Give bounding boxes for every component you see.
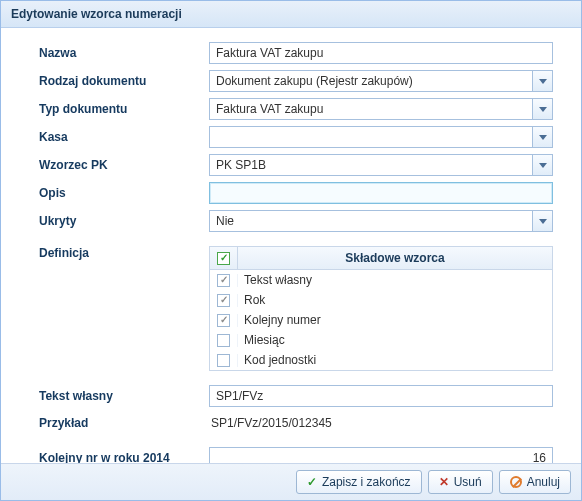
header-checkbox-icon[interactable] xyxy=(217,252,230,265)
cancel-button-label: Anuluj xyxy=(527,475,560,489)
row-checkbox[interactable] xyxy=(217,334,230,347)
chevron-down-icon xyxy=(532,71,552,91)
row-checkbox[interactable] xyxy=(217,294,230,307)
tekst-wlasny-input[interactable] xyxy=(209,385,553,407)
row-checkbox[interactable] xyxy=(217,314,230,327)
label-typ: Typ dokumentu xyxy=(39,102,209,116)
chevron-down-icon xyxy=(532,211,552,231)
label-nr-2014: Kolejny nr w roku 2014 xyxy=(39,451,209,463)
grid-header-label: Składowe wzorca xyxy=(238,247,552,269)
titlebar: Edytowanie wzorca numeracji xyxy=(1,1,581,28)
grid-row[interactable]: Kolejny numer xyxy=(210,310,552,330)
cancel-icon xyxy=(510,476,522,488)
delete-icon: ✕ xyxy=(439,475,449,489)
label-kasa: Kasa xyxy=(39,130,209,144)
wzorzec-pk-select[interactable]: PK SP1B xyxy=(209,154,553,176)
opis-input[interactable] xyxy=(209,182,553,204)
nazwa-input[interactable] xyxy=(209,42,553,64)
grid-row[interactable]: Kod jednostki xyxy=(210,350,552,370)
rodzaj-value: Dokument zakupu (Rejestr zakupów) xyxy=(216,74,530,88)
edit-numbering-dialog: Edytowanie wzorca numeracji Nazwa Rodzaj… xyxy=(0,0,582,501)
wzorzec-pk-value: PK SP1B xyxy=(216,158,530,172)
save-button-label: Zapisz i zakończ xyxy=(322,475,411,489)
label-definicja: Definicja xyxy=(39,246,209,260)
label-opis: Opis xyxy=(39,186,209,200)
chevron-down-icon xyxy=(532,99,552,119)
chevron-down-icon xyxy=(532,127,552,147)
nr-2014-input[interactable] xyxy=(209,447,553,463)
ukryty-value: Nie xyxy=(216,214,530,228)
row-checkbox[interactable] xyxy=(217,354,230,367)
save-button[interactable]: ✓ Zapisz i zakończ xyxy=(296,470,422,494)
delete-button[interactable]: ✕ Usuń xyxy=(428,470,493,494)
grid-row[interactable]: Miesiąc xyxy=(210,330,552,350)
ukryty-select[interactable]: Nie xyxy=(209,210,553,232)
dialog-footer: ✓ Zapisz i zakończ ✕ Usuń Anuluj xyxy=(1,463,581,500)
row-label: Rok xyxy=(238,293,552,307)
label-rodzaj: Rodzaj dokumentu xyxy=(39,74,209,88)
grid-row[interactable]: Rok xyxy=(210,290,552,310)
chevron-down-icon xyxy=(532,155,552,175)
window-title: Edytowanie wzorca numeracji xyxy=(11,7,182,21)
kasa-select[interactable] xyxy=(209,126,553,148)
row-label: Kolejny numer xyxy=(238,313,552,327)
label-tekst-wlasny: Tekst własny xyxy=(39,389,209,403)
row-checkbox[interactable] xyxy=(217,274,230,287)
przyklad-value: SP1/FVz/2015/012345 xyxy=(209,413,553,433)
label-ukryty: Ukryty xyxy=(39,214,209,228)
definicja-grid: Składowe wzorca Tekst własnyRokKolejny n… xyxy=(209,246,553,371)
rodzaj-select[interactable]: Dokument zakupu (Rejestr zakupów) xyxy=(209,70,553,92)
label-wzorzec-pk: Wzorzec PK xyxy=(39,158,209,172)
grid-row[interactable]: Tekst własny xyxy=(210,270,552,290)
check-icon: ✓ xyxy=(307,475,317,489)
row-label: Tekst własny xyxy=(238,273,552,287)
label-nazwa: Nazwa xyxy=(39,46,209,60)
row-label: Kod jednostki xyxy=(238,353,552,367)
label-przyklad: Przykład xyxy=(39,416,209,430)
cancel-button[interactable]: Anuluj xyxy=(499,470,571,494)
form-content: Nazwa Rodzaj dokumentu Dokument zakupu (… xyxy=(1,28,581,463)
typ-value: Faktura VAT zakupu xyxy=(216,102,530,116)
delete-button-label: Usuń xyxy=(454,475,482,489)
row-label: Miesiąc xyxy=(238,333,552,347)
typ-select[interactable]: Faktura VAT zakupu xyxy=(209,98,553,120)
